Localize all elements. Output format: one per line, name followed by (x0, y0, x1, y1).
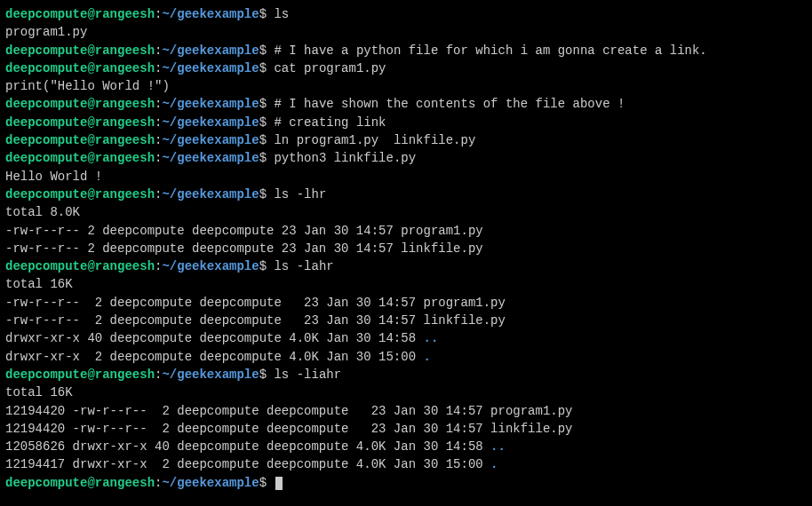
prompt-dollar: $ (259, 43, 275, 58)
terminal-line: 12194417 drwxr-xr-x 2 deepcompute deepco… (5, 455, 807, 473)
output-text: total 16K (5, 277, 73, 291)
prompt-user-host: deepcompute@rangeesh (5, 115, 155, 130)
terminal-line: Hello World ! (5, 168, 807, 186)
prompt-path: ~/geekexample (162, 133, 259, 147)
prompt-path: ~/geekexample (162, 61, 259, 75)
terminal-line: deepcompute@rangeesh:~/geekexample$ # cr… (5, 114, 807, 131)
prompt-path: ~/geekexample (162, 187, 259, 202)
output-text: Hello World ! (5, 170, 102, 184)
prompt-dollar: $ (259, 115, 275, 130)
prompt-path: ~/geekexample (162, 151, 259, 165)
terminal-line: deepcompute@rangeesh:~/geekexample$ ln p… (5, 131, 807, 149)
output-text: -rw-r--r-- 2 deepcompute deepcompute 23 … (5, 313, 506, 328)
output-text: -rw-r--r-- 2 deepcompute deepcompute 23 … (5, 224, 483, 238)
prompt-user-host: deepcompute@rangeesh (5, 476, 155, 490)
command-text: ls -lhr (274, 187, 326, 202)
terminal-line: drwxr-xr-x 2 deepcompute deepcompute 4.0… (5, 348, 807, 366)
terminal-line: total 8.0K (5, 203, 807, 221)
output-text: 12194420 -rw-r--r-- 2 deepcompute deepco… (5, 422, 573, 436)
command-text: ls -lahr (274, 259, 333, 273)
terminal-line: deepcompute@rangeesh:~/geekexample$ # I … (5, 42, 807, 59)
output-text: 12194417 drwxr-xr-x 2 deepcompute deepco… (5, 457, 490, 471)
prompt-path: ~/geekexample (162, 97, 259, 111)
prompt-dollar: $ (259, 151, 275, 165)
terminal-line: -rw-r--r-- 2 deepcompute deepcompute 23 … (5, 312, 807, 329)
cursor (275, 477, 283, 490)
command-text: ls (274, 7, 289, 21)
directory-name: . (423, 350, 430, 364)
prompt-dollar: $ (259, 61, 275, 75)
prompt-user-host: deepcompute@rangeesh (5, 43, 155, 58)
output-text: drwxr-xr-x 2 deepcompute deepcompute 4.0… (5, 350, 423, 364)
terminal-line: 12194420 -rw-r--r-- 2 deepcompute deepco… (5, 420, 807, 438)
prompt-user-host: deepcompute@rangeesh (5, 7, 155, 21)
command-text: ls -liahr (274, 368, 341, 382)
prompt-dollar: $ (259, 259, 275, 273)
output-text: 12194420 -rw-r--r-- 2 deepcompute deepco… (5, 404, 573, 418)
terminal-line: total 16K (5, 275, 807, 293)
prompt-dollar: $ (259, 97, 275, 111)
prompt-user-host: deepcompute@rangeesh (5, 187, 155, 202)
terminal-line: drwxr-xr-x 40 deepcompute deepcompute 4.… (5, 329, 807, 347)
terminal-line: -rw-r--r-- 2 deepcompute deepcompute 23 … (5, 240, 807, 257)
terminal-line: deepcompute@rangeesh:~/geekexample$ cat … (5, 59, 807, 77)
command-text: # creating link (274, 115, 386, 130)
terminal-line: deepcompute@rangeesh:~/geekexample$ ls -… (5, 257, 807, 275)
terminal-window[interactable]: deepcompute@rangeesh:~/geekexample$ lspr… (5, 5, 807, 492)
prompt-dollar: $ (259, 187, 275, 202)
prompt-dollar: $ (259, 7, 275, 21)
prompt-path: ~/geekexample (162, 43, 259, 58)
directory-name: .. (423, 331, 438, 345)
prompt-path: ~/geekexample (162, 7, 259, 21)
command-text: # I have a python file for which i am go… (274, 43, 706, 58)
terminal-line: deepcompute@rangeesh:~/geekexample$ ls (5, 5, 807, 23)
prompt-dollar: $ (259, 476, 275, 490)
prompt-user-host: deepcompute@rangeesh (5, 61, 155, 75)
command-text: cat program1.py (274, 61, 386, 75)
output-text: program1.py (5, 25, 87, 39)
directory-name: . (490, 457, 498, 471)
terminal-line: -rw-r--r-- 2 deepcompute deepcompute 23 … (5, 294, 807, 312)
terminal-line: deepcompute@rangeesh:~/geekexample$ pyth… (5, 149, 807, 167)
command-text: # I have shown the contents of the file … (274, 97, 625, 111)
output-text: 12058626 drwxr-xr-x 40 deepcompute deepc… (5, 439, 490, 454)
terminal-line: 12194420 -rw-r--r-- 2 deepcompute deepco… (5, 402, 807, 420)
directory-name: .. (490, 439, 506, 454)
terminal-line: 12058626 drwxr-xr-x 40 deepcompute deepc… (5, 438, 807, 455)
output-text: total 16K (5, 385, 73, 399)
terminal-line: total 16K (5, 383, 807, 401)
prompt-path: ~/geekexample (162, 259, 259, 273)
prompt-dollar: $ (259, 133, 275, 147)
terminal-line: deepcompute@rangeesh:~/geekexample$ # I … (5, 95, 807, 113)
output-text: drwxr-xr-x 40 deepcompute deepcompute 4.… (5, 331, 423, 345)
output-text: total 8.0K (5, 205, 80, 219)
prompt-user-host: deepcompute@rangeesh (5, 259, 155, 273)
prompt-path: ~/geekexample (162, 368, 259, 382)
prompt-user-host: deepcompute@rangeesh (5, 133, 155, 147)
prompt-dollar: $ (259, 368, 275, 382)
output-text: -rw-r--r-- 2 deepcompute deepcompute 23 … (5, 296, 506, 310)
prompt-path: ~/geekexample (162, 476, 259, 490)
prompt-user-host: deepcompute@rangeesh (5, 151, 155, 165)
terminal-line: print("Hello World !") (5, 77, 807, 95)
prompt-user-host: deepcompute@rangeesh (5, 368, 155, 382)
command-text: python3 linkfile.py (274, 151, 416, 165)
output-text: print("Hello World !") (5, 79, 170, 93)
prompt-user-host: deepcompute@rangeesh (5, 97, 155, 111)
terminal-line: deepcompute@rangeesh:~/geekexample$ ls -… (5, 186, 807, 203)
prompt-path: ~/geekexample (162, 115, 259, 130)
terminal-line: -rw-r--r-- 2 deepcompute deepcompute 23 … (5, 222, 807, 240)
terminal-line: deepcompute@rangeesh:~/geekexample$ (5, 474, 807, 492)
output-text: -rw-r--r-- 2 deepcompute deepcompute 23 … (5, 241, 483, 256)
terminal-line: program1.py (5, 23, 807, 41)
terminal-line: deepcompute@rangeesh:~/geekexample$ ls -… (5, 366, 807, 383)
command-text: ln program1.py linkfile.py (274, 133, 475, 147)
